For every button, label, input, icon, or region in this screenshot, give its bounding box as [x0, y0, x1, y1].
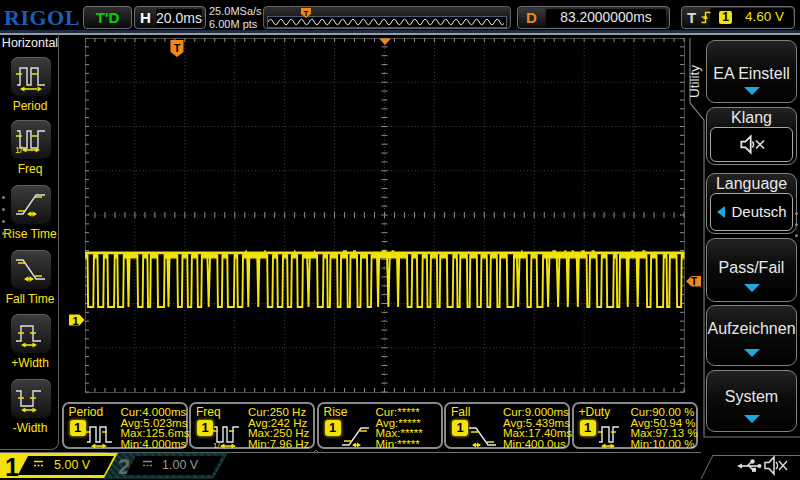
- svg-text:2: 2: [118, 454, 130, 479]
- svg-text:1: 1: [72, 315, 78, 327]
- svg-text:Utility: Utility: [687, 65, 702, 98]
- svg-text:1.00 V: 1.00 V: [162, 458, 199, 472]
- svg-text:5.00 V: 5.00 V: [54, 458, 91, 472]
- svg-text:1: 1: [5, 453, 19, 480]
- svg-text:1/: 1/: [213, 441, 220, 450]
- svg-text:T: T: [174, 42, 181, 54]
